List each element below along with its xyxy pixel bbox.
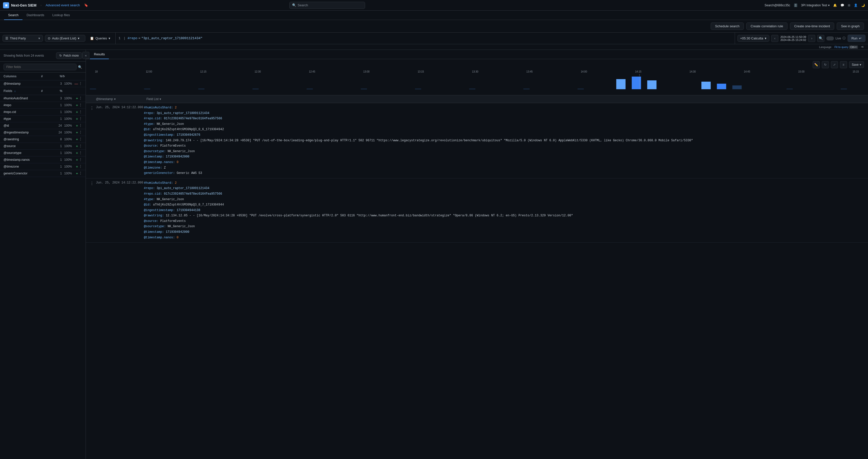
panel-collapse-button[interactable]: « <box>82 52 89 59</box>
svg-rect-13 <box>701 82 711 89</box>
live-toggle-switch[interactable] <box>826 36 834 40</box>
field-add-icon[interactable]: + <box>76 110 78 114</box>
field-actions: + ⋮ <box>72 165 82 169</box>
field-row: @ingesttimestamp 24 100% + ⋮ <box>0 129 86 136</box>
filter-fields-input[interactable] <box>3 64 76 70</box>
run-button[interactable]: Run ↵ <box>847 35 866 42</box>
create-correlation-rule-button[interactable]: Create correlation rule <box>746 23 787 30</box>
field-more-icon[interactable]: ⋮ <box>79 158 82 162</box>
field-count: 1 <box>54 104 62 107</box>
field-more-icon[interactable]: ⋮ <box>79 123 82 127</box>
apps-icon[interactable]: ⊞ <box>848 3 850 7</box>
user-icon[interactable]: 👤 <box>854 3 858 7</box>
field-more-icon[interactable]: ⋮ <box>79 96 82 101</box>
tab-dashboards[interactable]: Dashboards <box>23 10 48 20</box>
field-more-icon[interactable]: ⋮ <box>79 110 82 114</box>
field-name: #repo <box>3 104 54 107</box>
field-add-icon[interactable]: + <box>76 165 78 169</box>
row-menu-button[interactable]: ⋮ <box>90 106 94 111</box>
field-more-icon[interactable]: ⋮ <box>79 137 82 141</box>
field-add-icon[interactable]: + <box>76 131 78 135</box>
field-add-icon[interactable]: + <box>76 123 78 127</box>
live-label: Live <box>835 37 841 40</box>
field-add-icon[interactable]: + <box>76 103 78 107</box>
results-table: @timestamp ▾ Field List ▾ ⋮ Jun. 25, 202… <box>86 95 868 459</box>
see-in-graph-button[interactable]: See in graph <box>837 23 864 30</box>
field-row: #repo.cid 1 100% + ⋮ <box>0 109 86 115</box>
global-search-bar[interactable]: 🔍 Search <box>289 2 365 9</box>
row-timestamp: Jun. 25, 2024 14:12:22.000 <box>96 180 144 184</box>
notifications-icon[interactable]: 🔔 <box>833 3 837 7</box>
col-fields-header[interactable]: Field List ▾ <box>147 97 864 101</box>
fields-sort-icon[interactable]: ↓ <box>14 89 16 93</box>
field-more-icon[interactable]: ⋮ <box>79 131 82 135</box>
column-more-icon[interactable]: ⋮ <box>79 82 82 86</box>
tab-search[interactable]: Search <box>4 10 23 20</box>
schedule-search-button[interactable]: Schedule search <box>711 23 744 30</box>
field-add-icon[interactable]: + <box>76 117 78 121</box>
field-add-icon[interactable]: + <box>76 171 78 175</box>
fetch-more-button[interactable]: ↻ Fetch more <box>56 52 82 59</box>
mode-chevron-icon: ▾ <box>78 36 80 40</box>
live-toggle[interactable]: Live ⓘ <box>826 36 845 40</box>
field-more-icon[interactable]: ⋮ <box>79 144 82 148</box>
datasource-selector[interactable]: ☰ Third Party ▾ <box>2 35 43 42</box>
field-name: @ingesttimestamp <box>3 131 54 134</box>
col-pct-header: % <box>43 75 63 78</box>
right-panel: Results ✏️ ↻ ⤢ ≡ Save ▾ 18 12:00 12:15 <box>86 50 868 459</box>
zoom-button[interactable]: 🔍 <box>817 35 824 42</box>
field-more-icon[interactable]: ⋮ <box>79 165 82 169</box>
timezone-chevron-icon: ▾ <box>765 36 767 40</box>
org-selector[interactable]: 3PI Integration Test ▾ <box>801 3 830 7</box>
field-actions: + ⋮ <box>72 110 82 114</box>
field-pct: 100% <box>62 96 72 100</box>
field-add-icon[interactable]: + <box>76 137 78 141</box>
collapse-icon[interactable]: ≪ <box>861 45 864 49</box>
col-hash-header: # <box>23 75 43 78</box>
breadcrumb[interactable]: Advanced event search <box>46 3 80 7</box>
chart-edit-button[interactable]: ✏️ <box>813 61 820 68</box>
fit-to-query-link[interactable]: Fit to query Ctrl-= <box>834 46 858 49</box>
mode-selector[interactable]: ⊙ Auto (Event List) ▾ <box>45 35 85 42</box>
field-add-icon[interactable]: + <box>76 144 78 148</box>
chart-save-button[interactable]: Save ▾ <box>849 61 864 68</box>
field-add-icon[interactable]: + <box>76 96 78 101</box>
field-more-icon[interactable]: ⋮ <box>79 151 82 155</box>
chart-expand-button[interactable]: ⤢ <box>831 61 838 68</box>
svg-rect-1 <box>144 89 151 89</box>
chart-settings-button[interactable]: ≡ <box>840 61 847 68</box>
queries-selector[interactable]: 📋 Queries ▾ <box>87 35 113 41</box>
chart-refresh-button[interactable]: ↻ <box>822 61 829 68</box>
time-nav-next-button[interactable]: › <box>808 35 815 42</box>
row-fields: #humioAutoShard: 2 #repo: 3pi_auto_rapto… <box>144 105 864 176</box>
moon-icon[interactable]: 🌙 <box>861 3 865 7</box>
bookmark-icon[interactable]: 🔖 <box>84 3 88 7</box>
row-menu-button[interactable]: ⋮ <box>90 181 94 186</box>
timezone-selector[interactable]: +05:30 Calcutta ▾ <box>738 35 769 42</box>
table-row: ⋮ Jun. 25, 2024 14:12:22.000 #humioAutoS… <box>86 178 868 243</box>
time-nav-prev-button[interactable]: ‹ <box>771 35 778 42</box>
field-more-icon[interactable]: ⋮ <box>79 117 82 121</box>
row-fields: #humioAutoShard: 2 #repo: 3pi_auto_rapto… <box>144 180 864 240</box>
queries-icon: 📋 <box>90 36 94 40</box>
field-row: #repo 1 100% + ⋮ <box>0 102 86 109</box>
language-label: Language <box>819 46 831 49</box>
filter-search-icon[interactable]: 🔍 <box>78 65 82 69</box>
query-controls-right: +05:30 Calcutta ▾ ‹ 2024-06-25 11:50:39 … <box>735 33 868 44</box>
field-add-icon[interactable]: + <box>76 158 78 162</box>
column-remove-icon[interactable]: — <box>74 82 78 86</box>
chat-icon[interactable]: 💬 <box>840 3 844 7</box>
tab-lookup-files[interactable]: Lookup files <box>48 10 74 20</box>
create-one-time-incident-button[interactable]: Create one-time incident <box>790 23 834 30</box>
field-row: @sourcetype 1 100% + ⋮ <box>0 150 86 156</box>
field-more-icon[interactable]: ⋮ <box>79 103 82 107</box>
run-label: Run <box>851 36 858 40</box>
col-timestamp-header[interactable]: @timestamp ▾ <box>96 97 147 101</box>
field-add-icon[interactable]: + <box>76 151 78 155</box>
tab-results[interactable]: Results <box>90 50 109 59</box>
field-more-icon[interactable]: ⋮ <box>79 171 82 175</box>
field-pct: 100% <box>62 144 72 148</box>
top-nav: ▣ Next-Gen SIEM › Advanced event search … <box>0 0 868 10</box>
query-editor[interactable]: 1 | #repo = "3pi_auto_raptor_17180911214… <box>116 33 735 44</box>
query-value: "3pi_auto_raptor_1718091121434" <box>142 36 203 40</box>
